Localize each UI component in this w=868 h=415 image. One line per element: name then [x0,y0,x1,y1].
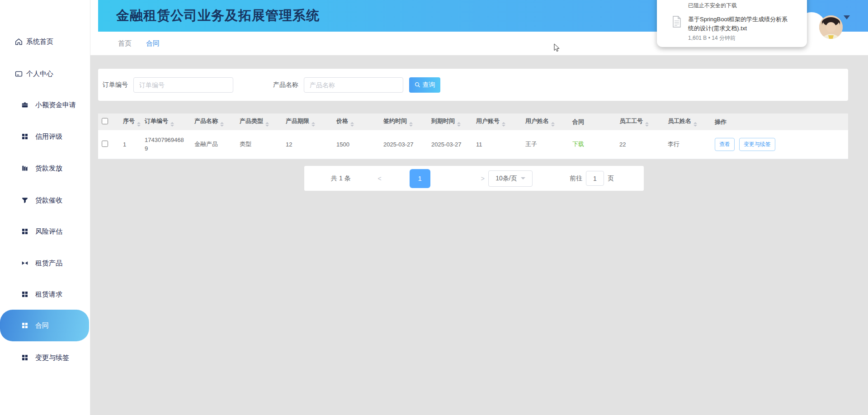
page-size-select[interactable]: 10条/页 [488,170,533,187]
sort-control[interactable] [502,122,505,127]
briefcase-icon [21,101,29,109]
funnel-icon [21,197,29,204]
grid-icon [21,291,29,298]
sidebar-item-leasing-requests[interactable]: 租赁请求 [0,288,90,301]
sidebar-item-loan-collection[interactable]: 贷款催收 [0,194,90,207]
product-name-label: 产品名称 [273,81,298,89]
cell-staff-no: 22 [615,130,663,159]
sidebar-item-label: 系统首页 [26,38,53,46]
grid-icon [21,133,29,141]
sort-control[interactable] [311,122,315,127]
order-no-input[interactable] [133,77,233,93]
goto-page-input[interactable] [586,171,604,186]
sidebar-item-leasing-products[interactable]: 租赁产品 [0,257,90,269]
sidebar-item-change-renewal[interactable]: 变更与续签 [0,351,90,364]
sort-control[interactable] [409,122,413,127]
cell-product-type: 类型 [235,130,281,159]
row-checkbox[interactable] [102,141,108,147]
next-page-button[interactable]: > [481,175,485,182]
cell-due-date: 2025-03-27 [427,130,472,159]
sidebar-item-label: 个人中心 [26,70,53,78]
page-title: 金融租赁公司业务及拓展管理系统 [98,7,320,25]
id-card-icon [15,70,23,78]
cell-index: 1 [118,130,140,159]
download-link[interactable]: 下载 [572,141,584,147]
document-icon [672,16,681,42]
sidebar-item-label: 租赁产品 [35,259,62,268]
pagination-bar: 共 1 条 < 1 > 10条/页 前往 页 [304,166,644,191]
sort-control[interactable] [457,122,461,127]
sort-control[interactable] [350,122,354,127]
sort-control[interactable] [645,122,649,127]
sidebar-item-label: 租赁请求 [35,290,62,299]
order-no-label: 订单编号 [103,81,128,89]
total-count: 共 1 条 [331,174,351,183]
cell-user-account: 11 [472,130,521,159]
sort-control[interactable] [693,122,697,127]
download-popup[interactable]: 已阻止不安全的下载 基于SpringBoot框架的学生成绩分析系统的设计(需求文… [657,0,807,47]
tab-home[interactable]: 首页 [118,39,132,48]
cell-product-name: 金融产品 [190,130,235,159]
table-row: 1 1743079694689 金融产品 类型 12 1500 2025-03-… [98,130,848,159]
query-button[interactable]: 查询 [409,77,440,93]
cell-sign-date: 2025-03-27 [379,130,427,159]
search-panel: 订单编号 产品名称 查询 [98,69,848,101]
cell-price: 1500 [332,130,379,159]
sidebar-item-label: 信用评级 [35,132,62,141]
avatar-dropdown-caret[interactable] [844,15,850,23]
sidebar-item-micro-fund-apply[interactable]: 小额资金申请 [0,99,90,111]
product-name-input[interactable] [304,77,403,93]
table-header-row: 序号 订单编号 产品名称 产品类型 产品期限 价格 签约时间 到期时间 用户账号… [98,113,848,130]
sort-control[interactable] [170,122,174,127]
sidebar-item-loan-disbursement[interactable]: 货款发放 [0,162,90,174]
sort-control[interactable] [551,122,555,127]
contracts-table: 序号 订单编号 产品名称 产品类型 产品期限 价格 签约时间 到期时间 用户账号… [98,113,848,159]
main-area: 金融租赁公司业务及拓展管理系统 首页 合同 订单编号 产品名称 查询 [90,0,868,415]
sidebar: 系统首页 个人中心 小额资金申请 信用评级 货款发放 贷款催收 [0,0,90,415]
sidebar-item-label: 货款发放 [35,164,62,173]
goto-label: 前往 [570,174,582,183]
sidebar-item-label: 风险评估 [35,227,62,236]
cell-staff-name: 李行 [663,130,710,159]
avatar[interactable] [819,15,843,39]
prev-page-button[interactable]: < [378,175,382,182]
home-icon [15,38,23,46]
sidebar-item-label: 小额资金申请 [35,101,76,109]
sort-control[interactable] [265,122,269,127]
sort-control[interactable] [220,122,224,127]
page-number-button[interactable]: 1 [410,169,430,188]
download-meta: 1,601 B • 14 分钟前 [688,34,792,42]
cell-term: 12 [281,130,332,159]
sort-control[interactable] [137,122,141,127]
tab-contracts[interactable]: 合同 [146,39,160,48]
cell-order-no: 1743079694689 [140,130,190,159]
book-icon [21,165,29,172]
cell-actions: 查看 变更与续签 [710,130,848,159]
search-icon [415,82,420,88]
sidebar-item-label: 变更与续签 [35,354,69,362]
download-warning: 已阻止不安全的下载 [688,2,799,9]
sidebar-item-risk-assessment[interactable]: 风险评估 [0,225,90,238]
bowtie-icon [21,259,29,267]
change-renew-button[interactable]: 变更与续签 [739,138,775,151]
sidebar-item-label: 贷款催收 [35,196,62,205]
grid-icon [21,228,29,236]
cell-user-name: 王子 [521,130,568,159]
tab-bar: 首页 合同 [90,32,160,55]
sidebar-item-system-home[interactable]: 系统首页 [0,35,90,48]
page-unit-label: 页 [608,174,614,183]
grid-icon [21,354,29,362]
sidebar-item-label: 合同 [35,321,49,330]
cell-contract: 下载 [568,130,615,159]
chevron-down-icon [521,177,525,182]
download-filename[interactable]: 基于SpringBoot框架的学生成绩分析系统的设计(需求文档).txt [688,15,792,33]
view-button[interactable]: 查看 [715,138,735,151]
sidebar-item-credit-rating[interactable]: 信用评级 [0,130,90,143]
sidebar-item-contracts[interactable]: 合同 [0,310,89,341]
sidebar-item-personal-center[interactable]: 个人中心 [0,67,90,80]
select-all-checkbox[interactable] [102,118,108,124]
grid-icon [21,322,29,330]
